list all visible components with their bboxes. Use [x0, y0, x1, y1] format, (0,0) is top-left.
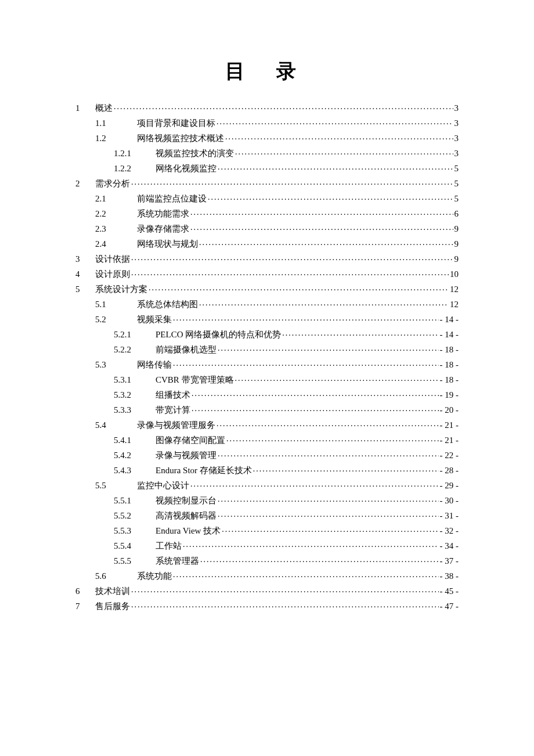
toc-entry-number: 5.2.2: [114, 345, 156, 354]
toc-row: 2.1前端监控点位建设5: [75, 193, 459, 203]
toc-entry-number: 5.1: [95, 300, 137, 309]
toc-row: 6技术培训- 45 -: [75, 585, 459, 596]
dot-leader: [235, 147, 453, 156]
dot-leader: [190, 208, 453, 217]
toc-entry-title: 网络化视频监控: [156, 164, 217, 173]
toc-entry-page: 5: [454, 179, 459, 188]
toc-entry-page: 10: [450, 270, 459, 279]
toc-entry-title: 图像存储空间配置: [156, 436, 225, 445]
dot-leader: [192, 389, 439, 398]
toc-row: 5.5.2高清视频解码器- 31 -: [75, 510, 459, 520]
toc-row: 5.2.1PELCO 网络摄像机的特点和优势- 14 -: [75, 329, 459, 339]
toc-entry-page: 5: [454, 195, 459, 203]
toc-entry-title: 系统功能: [137, 572, 172, 581]
toc-row: 5.2.2前端摄像机选型- 18 -: [75, 344, 459, 354]
toc-entry-title: PELCO 网络摄像机的特点和优势: [156, 330, 281, 339]
dot-leader: [218, 163, 453, 171]
toc-entry-page: - 14 -: [440, 315, 459, 324]
toc-entry-number: 1.2.2: [114, 164, 156, 173]
toc-entry-number: 7: [75, 602, 95, 611]
toc-row: 2需求分析5: [75, 178, 459, 188]
dot-leader: [131, 585, 439, 594]
toc-entry-page: - 37 -: [440, 557, 459, 566]
toc-entry-number: 5.5.1: [114, 496, 156, 505]
document-page: 目 录 1概述31.1项目背景和建设目标31.2网络视频监控技术概述31.2.1…: [0, 0, 534, 756]
toc-entry-page: - 38 -: [440, 572, 459, 581]
toc-entry-page: 6: [454, 210, 459, 218]
toc-row: 3设计依据9: [75, 253, 459, 264]
toc-entry-title: 网络现状与规划: [137, 240, 198, 249]
toc-entry-page: 3: [454, 119, 459, 128]
toc-entry-title: 监控中心设计: [137, 481, 189, 490]
toc-entry-title: 售后服务: [95, 602, 130, 611]
toc-row: 1概述3: [75, 102, 459, 113]
toc-entry-number: 5.4.3: [114, 466, 156, 475]
toc-entry-title: 视频控制显示台: [156, 496, 217, 505]
dot-leader: [173, 570, 439, 579]
toc-entry-number: 5.4: [95, 421, 137, 430]
toc-entry-number: 5: [75, 285, 95, 294]
toc-entry-page: - 18 -: [440, 361, 459, 369]
toc-entry-page: - 45 -: [440, 587, 459, 596]
dot-leader: [218, 449, 439, 458]
toc-row: 7售后服务- 47 -: [75, 600, 459, 611]
toc-entry-number: 5.3: [95, 361, 137, 369]
toc-row: 5系统设计方案12: [75, 283, 459, 294]
toc-entry-page: 3: [454, 149, 459, 158]
toc-entry-number: 2.2: [95, 210, 137, 218]
toc-entry-title: 组播技术: [156, 391, 190, 399]
toc-entry-number: 5.3.3: [114, 406, 156, 415]
toc-entry-title: Endura View 技术: [156, 527, 221, 535]
dot-leader: [217, 419, 439, 428]
dot-leader: [190, 480, 439, 488]
toc-entry-page: - 22 -: [440, 451, 459, 460]
dot-leader: [199, 298, 449, 307]
toc-entry-title: 系统设计方案: [95, 285, 147, 294]
dot-leader: [208, 193, 453, 201]
toc-entry-page: - 32 -: [440, 527, 459, 535]
toc-entry-title: CVBR 带宽管理策略: [156, 376, 234, 384]
toc-entry-title: 录像与视频管理服务: [137, 421, 215, 430]
toc-entry-number: 5.5: [95, 481, 137, 490]
dot-leader: [190, 223, 453, 232]
toc-entry-page: - 21 -: [440, 436, 459, 445]
toc-entry-title: 技术培训: [95, 587, 130, 596]
toc-entry-number: 5.4.1: [114, 436, 156, 445]
toc-entry-number: 1: [75, 104, 95, 113]
toc-entry-page: - 31 -: [440, 512, 459, 520]
dot-leader: [235, 374, 439, 383]
toc-entry-page: - 28 -: [440, 466, 459, 475]
toc-entry-number: 6: [75, 587, 95, 596]
toc-entry-page: 9: [454, 225, 459, 233]
dot-leader: [131, 253, 453, 262]
toc-entry-title: 项目背景和建设目标: [137, 119, 215, 128]
toc-row: 1.2网络视频监控技术概述3: [75, 132, 459, 143]
toc-entry-title: 带宽计算: [156, 406, 190, 415]
dot-leader: [200, 555, 439, 564]
dot-leader: [225, 132, 453, 141]
dot-leader: [149, 283, 449, 292]
toc-entry-number: 5.5.4: [114, 542, 156, 550]
toc-entry-title: 工作站: [156, 542, 182, 550]
toc-entry-number: 5.2.1: [114, 330, 156, 339]
toc-row: 5.5监控中心设计- 29 -: [75, 480, 459, 490]
toc-entry-page: 12: [450, 285, 459, 294]
toc-entry-title: 网络视频监控技术概述: [137, 134, 224, 143]
dot-leader: [282, 329, 438, 337]
toc-entry-number: 5.5.5: [114, 557, 156, 566]
toc-entry-page: 3: [454, 104, 459, 113]
toc-entry-title: 概述: [95, 104, 113, 113]
toc-entry-title: 高清视频解码器: [156, 512, 217, 520]
toc-entry-number: 5.4.2: [114, 451, 156, 460]
dot-leader: [131, 268, 449, 277]
toc-entry-page: 3: [454, 134, 459, 143]
dot-leader: [218, 495, 439, 503]
toc-entry-number: 2.4: [95, 240, 137, 249]
toc-row: 1.2.1视频监控技术的演变3: [75, 147, 459, 158]
toc-entry-title: Endura Stor 存储延长技术: [156, 466, 252, 475]
toc-entry-number: 2.3: [95, 225, 137, 233]
toc-entry-title: 系统总体结构图: [137, 300, 198, 309]
toc-entry-number: 4: [75, 270, 95, 279]
toc-row: 5.4.3Endura Stor 存储延长技术- 28 -: [75, 465, 459, 475]
table-of-contents: 1概述31.1项目背景和建设目标31.2网络视频监控技术概述31.2.1视频监控…: [75, 102, 459, 611]
